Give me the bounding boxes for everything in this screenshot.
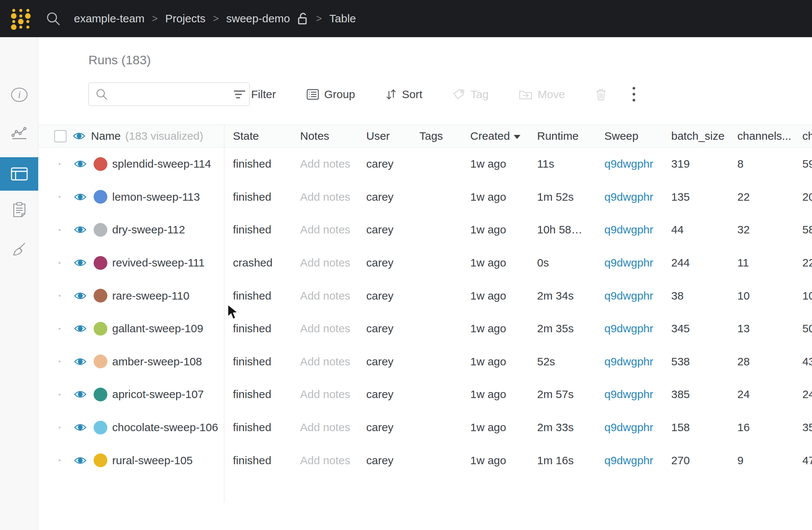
run-name-link[interactable]: amber-sweep-108	[112, 355, 202, 368]
search-icon[interactable]	[46, 11, 61, 26]
sidebar-item-table[interactable]	[0, 157, 38, 191]
notes-cell[interactable]: Add notes	[291, 290, 357, 302]
visibility-eye-icon[interactable]	[74, 358, 87, 366]
notes-cell[interactable]: Add notes	[291, 223, 357, 236]
run-name-link[interactable]: splendid-sweep-114	[112, 158, 211, 170]
sweep-link[interactable]: q9dwgphr	[595, 256, 662, 269]
run-name-link[interactable]: rare-sweep-110	[112, 290, 189, 302]
batch-size-column-header[interactable]: batch_size	[662, 130, 728, 142]
run-name-link[interactable]: revived-sweep-111	[112, 256, 205, 269]
notes-cell[interactable]: Add notes	[291, 158, 357, 170]
tag-button[interactable]: Tag	[453, 88, 488, 101]
sidebar-item-charts[interactable]	[0, 116, 38, 150]
notes-cell[interactable]: Add notes	[291, 256, 357, 269]
visibility-eye-icon[interactable]	[74, 423, 87, 432]
notes-cell[interactable]: Add notes	[291, 388, 357, 401]
runs-table-header: Name (183 visualized) State Notes User T…	[38, 125, 812, 148]
state-column-header[interactable]: State	[224, 130, 291, 142]
sweep-link[interactable]: q9dwgphr	[595, 454, 662, 467]
pinned-column-divider[interactable]	[224, 125, 224, 502]
run-name-link[interactable]: lemon-sweep-113	[112, 191, 200, 203]
runtime-cell: 52s	[528, 355, 595, 368]
sweep-link[interactable]: q9dwgphr	[595, 290, 662, 302]
user-cell: carey	[357, 421, 410, 434]
visibility-eye-icon[interactable]	[74, 390, 87, 398]
run-color-dot	[94, 322, 107, 336]
drag-handle-dot[interactable]	[59, 163, 61, 165]
runtime-column-header[interactable]: Runtime	[528, 130, 595, 142]
delete-button[interactable]	[595, 88, 607, 101]
breadcrumb-page[interactable]: Table	[329, 12, 356, 25]
sidebar-item-overview[interactable]: i	[0, 78, 38, 112]
group-button[interactable]: Group	[306, 88, 355, 101]
clipped-value-cell: 10	[793, 290, 812, 302]
created-column-header[interactable]: Created	[461, 130, 528, 142]
breadcrumb-team[interactable]: example-team	[74, 12, 144, 25]
run-name-link[interactable]: chocolate-sweep-106	[112, 421, 218, 434]
drag-handle-dot[interactable]	[59, 229, 61, 231]
drag-handle-dot[interactable]	[59, 295, 61, 297]
sweep-link[interactable]: q9dwgphr	[595, 421, 662, 434]
clipped-value-cell: 22	[793, 256, 812, 269]
wandb-logo-icon[interactable]	[10, 7, 31, 30]
notes-cell[interactable]: Add notes	[291, 355, 357, 368]
sweep-link[interactable]: q9dwgphr	[595, 191, 662, 203]
run-name-link[interactable]: apricot-sweep-107	[112, 388, 204, 401]
sweep-link[interactable]: q9dwgphr	[595, 388, 662, 401]
runs-search-input[interactable]	[108, 83, 253, 106]
visibility-eye-icon[interactable]	[74, 193, 87, 201]
name-column-header[interactable]: Name	[91, 130, 121, 142]
notes-cell[interactable]: Add notes	[291, 421, 357, 434]
notes-column-header[interactable]: Notes	[291, 130, 357, 142]
more-options-button[interactable]	[629, 85, 639, 104]
user-column-header[interactable]: User	[357, 130, 410, 142]
channels-cell: 13	[728, 322, 793, 335]
name-header-cell: Name (183 visualized)	[38, 130, 224, 142]
run-name-link[interactable]: dry-sweep-112	[112, 223, 185, 236]
sidebar-item-sweeps[interactable]	[0, 233, 38, 266]
notes-cell[interactable]: Add notes	[291, 454, 357, 467]
tags-column-header[interactable]: Tags	[410, 130, 461, 142]
visibility-eye-icon[interactable]	[74, 456, 87, 465]
sort-button[interactable]: Sort	[386, 88, 422, 101]
drag-handle-dot[interactable]	[59, 459, 61, 461]
sweep-column-header[interactable]: Sweep	[595, 130, 662, 142]
visibility-eye-icon[interactable]	[74, 226, 87, 234]
clipped-column-header[interactable]: ch	[793, 130, 812, 142]
drag-handle-dot[interactable]	[59, 262, 61, 264]
state-cell: finished	[224, 421, 291, 434]
user-cell: carey	[357, 388, 410, 401]
visibility-eye-icon[interactable]	[74, 324, 87, 333]
drag-handle-dot[interactable]	[59, 427, 61, 429]
created-cell: 1w ago	[461, 256, 528, 269]
drag-handle-dot[interactable]	[59, 196, 61, 198]
run-name-link[interactable]: rural-sweep-105	[112, 454, 193, 467]
drag-handle-dot[interactable]	[59, 328, 61, 330]
clipped-value-cell: 35	[793, 421, 812, 434]
breadcrumb-projects[interactable]: Projects	[165, 12, 205, 25]
visibility-eye-icon[interactable]	[74, 160, 87, 168]
visibility-eye-icon[interactable]	[73, 132, 85, 140]
clipped-value-cell: 58	[793, 223, 812, 236]
breadcrumb-project[interactable]: sweep-demo	[226, 12, 290, 25]
select-all-checkbox[interactable]	[54, 130, 66, 142]
sweep-link[interactable]: q9dwgphr	[595, 158, 662, 170]
move-button[interactable]: Move	[519, 88, 565, 101]
created-cell: 1w ago	[461, 191, 528, 203]
visibility-eye-icon[interactable]	[74, 292, 87, 300]
run-name-link[interactable]: gallant-sweep-109	[112, 322, 203, 335]
filter-button[interactable]: Filter	[233, 88, 276, 101]
channels-column-header[interactable]: channels...	[728, 130, 793, 142]
sweep-link[interactable]: q9dwgphr	[595, 322, 662, 335]
line-chart-icon	[12, 126, 27, 140]
sidebar: i	[0, 37, 38, 530]
notes-cell[interactable]: Add notes	[291, 322, 357, 335]
drag-handle-dot[interactable]	[59, 361, 61, 362]
notes-cell[interactable]: Add notes	[291, 191, 357, 203]
visibility-eye-icon[interactable]	[74, 259, 87, 267]
drag-handle-dot[interactable]	[59, 394, 61, 395]
sweep-link[interactable]: q9dwgphr	[595, 355, 662, 368]
sidebar-item-notes[interactable]	[0, 193, 38, 226]
batch-size-cell: 538	[662, 355, 728, 368]
sweep-link[interactable]: q9dwgphr	[595, 223, 662, 236]
